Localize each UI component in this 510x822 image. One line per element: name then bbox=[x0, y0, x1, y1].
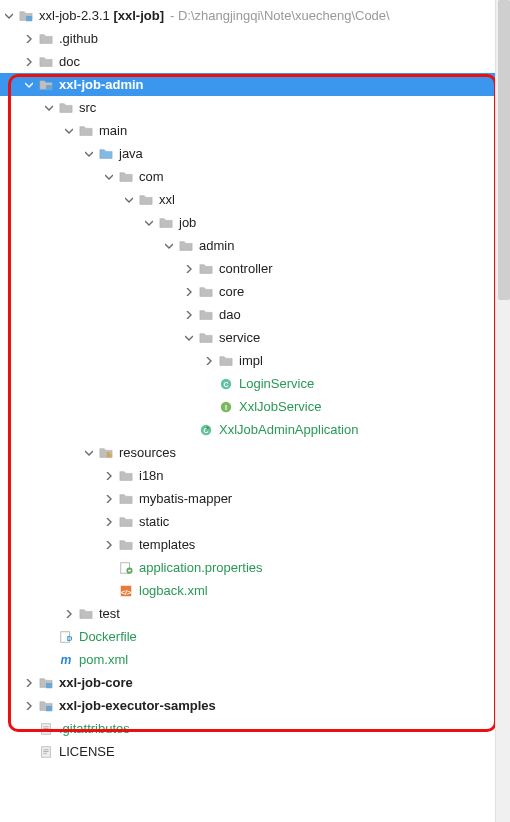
module-folder-icon bbox=[37, 698, 55, 714]
tree-row[interactable]: admin bbox=[0, 234, 510, 257]
folder-icon bbox=[77, 123, 95, 139]
tree-row[interactable]: .github bbox=[0, 27, 510, 50]
chevron-down-icon[interactable] bbox=[142, 216, 156, 230]
scrollbar-thumb[interactable] bbox=[498, 0, 510, 300]
folder-icon bbox=[57, 100, 75, 116]
tree-row[interactable]: impl bbox=[0, 349, 510, 372]
module-folder-icon bbox=[37, 675, 55, 691]
tree-row[interactable]: main bbox=[0, 119, 510, 142]
tree-row[interactable]: service bbox=[0, 326, 510, 349]
node-label: src bbox=[79, 100, 96, 115]
chevron-down-icon[interactable] bbox=[102, 170, 116, 184]
tree-row[interactable]: LoginService bbox=[0, 372, 510, 395]
tree-row[interactable]: application.properties bbox=[0, 556, 510, 579]
tree-row[interactable]: java bbox=[0, 142, 510, 165]
chevron-down-icon[interactable] bbox=[22, 78, 36, 92]
folder-icon bbox=[37, 54, 55, 70]
tree-row-root[interactable]: xxl-job-2.3.1 [xxl-job] - D:\zhangjingqi… bbox=[0, 4, 510, 27]
folder-icon bbox=[177, 238, 195, 254]
chevron-right-icon[interactable] bbox=[22, 699, 36, 713]
tree-row[interactable]: test bbox=[0, 602, 510, 625]
folder-icon bbox=[117, 491, 135, 507]
chevron-right-icon[interactable] bbox=[22, 32, 36, 46]
chevron-down-icon[interactable] bbox=[2, 9, 16, 23]
tree-row[interactable]: XxlJobService bbox=[0, 395, 510, 418]
properties-file-icon bbox=[117, 560, 135, 576]
interface-icon bbox=[217, 399, 235, 415]
folder-icon bbox=[117, 514, 135, 530]
tree-row[interactable]: xxl bbox=[0, 188, 510, 211]
node-label: LICENSE bbox=[59, 744, 115, 759]
tree-row[interactable]: XxlJobAdminApplication bbox=[0, 418, 510, 441]
tree-row[interactable]: pom.xml bbox=[0, 648, 510, 671]
chevron-right-icon[interactable] bbox=[202, 354, 216, 368]
node-label: Dockerfile bbox=[79, 629, 137, 644]
chevron-down-icon[interactable] bbox=[182, 331, 196, 345]
vertical-scrollbar[interactable] bbox=[495, 0, 510, 822]
node-label: i18n bbox=[139, 468, 164, 483]
chevron-right-icon[interactable] bbox=[22, 676, 36, 690]
project-tree[interactable]: xxl-job-2.3.1 [xxl-job] - D:\zhangjingqi… bbox=[0, 0, 510, 763]
tree-row[interactable]: mybatis-mapper bbox=[0, 487, 510, 510]
chevron-right-icon[interactable] bbox=[182, 285, 196, 299]
chevron-right-icon[interactable] bbox=[102, 469, 116, 483]
tree-row[interactable]: xxl-job-executor-samples bbox=[0, 694, 510, 717]
tree-row[interactable]: LICENSE bbox=[0, 740, 510, 763]
class-icon bbox=[217, 376, 235, 392]
tree-row[interactable]: dao bbox=[0, 303, 510, 326]
node-label: job bbox=[179, 215, 196, 230]
node-label: xxl-job-admin bbox=[59, 77, 144, 92]
chevron-down-icon[interactable] bbox=[122, 193, 136, 207]
folder-icon bbox=[197, 330, 215, 346]
node-label: doc bbox=[59, 54, 80, 69]
root-label: xxl-job-2.3.1 [xxl-job] bbox=[39, 8, 164, 23]
folder-icon bbox=[117, 468, 135, 484]
node-label: test bbox=[99, 606, 120, 621]
resources-folder-icon bbox=[97, 445, 115, 461]
node-label: controller bbox=[219, 261, 272, 276]
chevron-right-icon[interactable] bbox=[182, 262, 196, 276]
node-label: logback.xml bbox=[139, 583, 208, 598]
tree-row[interactable]: com bbox=[0, 165, 510, 188]
tree-row[interactable]: xxl-job-core bbox=[0, 671, 510, 694]
folder-icon bbox=[217, 353, 235, 369]
tree-row[interactable]: job bbox=[0, 211, 510, 234]
tree-row[interactable]: core bbox=[0, 280, 510, 303]
tree-row[interactable]: static bbox=[0, 510, 510, 533]
folder-icon bbox=[137, 192, 155, 208]
node-label: application.properties bbox=[139, 560, 263, 575]
docker-file-icon bbox=[57, 629, 75, 645]
node-label: xxl-job-executor-samples bbox=[59, 698, 216, 713]
source-folder-icon bbox=[97, 146, 115, 162]
chevron-down-icon[interactable] bbox=[82, 147, 96, 161]
chevron-down-icon[interactable] bbox=[162, 239, 176, 253]
chevron-right-icon[interactable] bbox=[102, 515, 116, 529]
tree-row[interactable]: .gitattributes bbox=[0, 717, 510, 740]
text-file-icon bbox=[37, 744, 55, 760]
chevron-down-icon[interactable] bbox=[62, 124, 76, 138]
maven-file-icon bbox=[57, 652, 75, 668]
node-label: XxlJobService bbox=[239, 399, 321, 414]
chevron-right-icon[interactable] bbox=[182, 308, 196, 322]
chevron-down-icon[interactable] bbox=[82, 446, 96, 460]
tree-row[interactable]: src bbox=[0, 96, 510, 119]
chevron-right-icon[interactable] bbox=[102, 492, 116, 506]
tree-row[interactable]: doc bbox=[0, 50, 510, 73]
tree-row[interactable]: controller bbox=[0, 257, 510, 280]
tree-row[interactable]: Dockerfile bbox=[0, 625, 510, 648]
folder-icon bbox=[197, 284, 215, 300]
node-label: impl bbox=[239, 353, 263, 368]
node-label: core bbox=[219, 284, 244, 299]
tree-row[interactable]: logback.xml bbox=[0, 579, 510, 602]
chevron-right-icon[interactable] bbox=[102, 538, 116, 552]
tree-row[interactable]: resources bbox=[0, 441, 510, 464]
chevron-right-icon[interactable] bbox=[22, 55, 36, 69]
chevron-down-icon[interactable] bbox=[42, 101, 56, 115]
node-label: mybatis-mapper bbox=[139, 491, 232, 506]
node-label: java bbox=[119, 146, 143, 161]
tree-row[interactable]: i18n bbox=[0, 464, 510, 487]
node-label: pom.xml bbox=[79, 652, 128, 667]
tree-row-selected[interactable]: xxl-job-admin bbox=[0, 73, 510, 96]
tree-row[interactable]: templates bbox=[0, 533, 510, 556]
chevron-right-icon[interactable] bbox=[62, 607, 76, 621]
